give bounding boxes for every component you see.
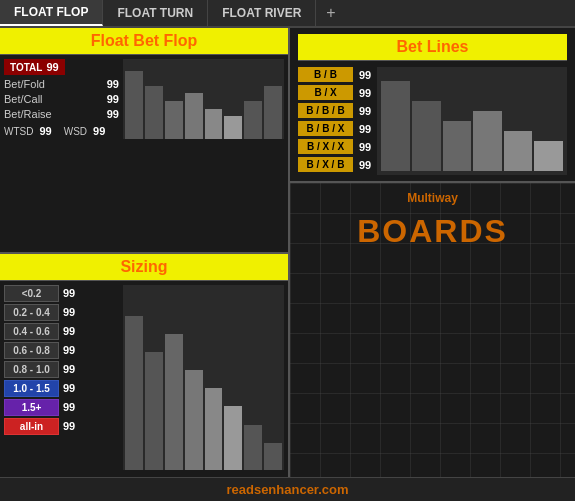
bet-call-row: Bet/Call 99 <box>4 93 119 105</box>
total-box: TOTAL 99 <box>4 59 65 75</box>
bet-line-1: B / X 99 <box>298 85 371 100</box>
sizing-row-1: 0.2 - 0.4 99 <box>4 304 119 321</box>
multiway-label: Multiway <box>407 191 458 205</box>
sizing-bar-6 <box>224 406 242 470</box>
sizing-bar-4 <box>185 370 203 470</box>
bet-lines-list: B / B 99 B / X 99 B / B / B 99 B / B / X… <box>298 67 371 175</box>
flop-bar-7 <box>244 101 262 139</box>
bet-lines-section: Bet Lines B / B 99 B / X 99 B / B / B 99 <box>290 28 575 183</box>
flop-bar-chart <box>123 59 284 139</box>
tab-float-flop[interactable]: FLOAT FLOP <box>0 0 103 26</box>
sizing-row-0: <0.2 99 <box>4 285 119 302</box>
sizing-header: Sizing <box>0 254 288 281</box>
flop-bar-1 <box>125 71 143 139</box>
tab-add-button[interactable]: + <box>316 0 345 26</box>
bet-line-3: B / B / X 99 <box>298 121 371 136</box>
boards-title: BOARDS <box>357 213 508 250</box>
sizing-bar-chart <box>123 285 284 471</box>
sizing-row-7: all-in 99 <box>4 418 119 435</box>
bet-line-2: B / B / B 99 <box>298 103 371 118</box>
boards-section: Multiway BOARDS <box>290 183 575 477</box>
sizing-bar-1 <box>125 316 143 470</box>
sizing-bar-7 <box>244 425 262 470</box>
sizing-bar-5 <box>205 388 223 470</box>
left-panel: Float Bet Flop TOTAL 99 Bet/Fold 99 <box>0 28 290 477</box>
sizing-bar-2 <box>145 352 163 470</box>
flop-bar-5 <box>205 109 223 139</box>
bet-line-5: B / X / B 99 <box>298 157 371 172</box>
sizing-row-5: 1.0 - 1.5 99 <box>4 380 119 397</box>
flop-bar-4 <box>185 93 203 139</box>
tab-float-river[interactable]: FLOAT RIVER <box>208 0 316 26</box>
flop-header: Float Bet Flop <box>0 28 288 55</box>
tab-bar: FLOAT FLOP FLOAT TURN FLOAT RIVER + <box>0 0 575 28</box>
bet-lines-header: Bet Lines <box>298 34 567 61</box>
bet-raise-row: Bet/Raise 99 <box>4 108 119 120</box>
bet-line-0: B / B 99 <box>298 67 371 82</box>
footer-text: readsenhancer.com <box>226 482 348 497</box>
bet-lines-bar-area <box>377 67 567 175</box>
bet-fold-row: Bet/Fold 99 <box>4 78 119 90</box>
sizing-row-4: 0.8 - 1.0 99 <box>4 361 119 378</box>
wtsd-row: WTSD 99 WSD 99 <box>4 123 119 139</box>
footer: readsenhancer.com <box>0 477 575 501</box>
total-row: TOTAL 99 <box>4 59 119 75</box>
right-panel: Bet Lines B / B 99 B / X 99 B / B / B 99 <box>290 28 575 477</box>
flop-bar-6 <box>224 116 242 139</box>
tab-float-turn[interactable]: FLOAT TURN <box>103 0 208 26</box>
bet-line-4: B / X / X 99 <box>298 139 371 154</box>
flop-stats-left: TOTAL 99 Bet/Fold 99 Bet/Call 99 Bet <box>4 59 119 139</box>
flop-bar-3 <box>165 101 183 139</box>
main-content: Float Bet Flop TOTAL 99 Bet/Fold 99 <box>0 28 575 477</box>
sizing-row-6: 1.5+ 99 <box>4 399 119 416</box>
sizing-bar-3 <box>165 334 183 470</box>
sizing-bar-8 <box>264 443 282 470</box>
sizing-list: <0.2 99 0.2 - 0.4 99 0.4 - 0.6 99 0.6 - … <box>4 285 119 471</box>
sizing-section: Sizing <0.2 99 0.2 - 0.4 99 0.4 - 0.6 99 <box>0 254 288 478</box>
flop-bar-2 <box>145 86 163 139</box>
flop-bar-8 <box>264 86 282 139</box>
sizing-row-3: 0.6 - 0.8 99 <box>4 342 119 359</box>
flop-section: Float Bet Flop TOTAL 99 Bet/Fold 99 <box>0 28 288 254</box>
sizing-row-2: 0.4 - 0.6 99 <box>4 323 119 340</box>
